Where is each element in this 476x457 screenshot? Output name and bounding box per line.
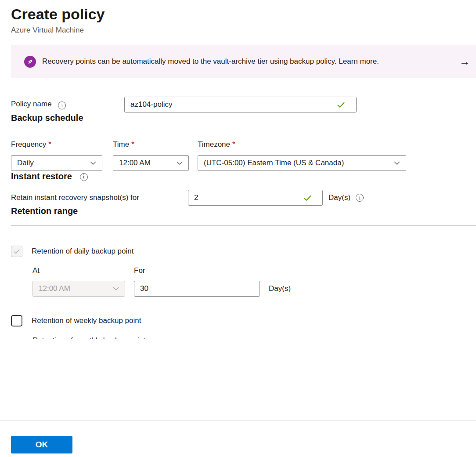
- chevron-down-icon: [393, 160, 400, 167]
- info-icon[interactable]: i: [58, 102, 66, 109]
- retain-snapshot-label: Retain instant recovery snapshot(s) for: [11, 193, 188, 202]
- chevron-down-icon: [112, 285, 119, 292]
- instant-restore-row: Retain instant recovery snapshot(s) for …: [11, 190, 476, 206]
- time-label: Time: [113, 140, 129, 149]
- required-asterisk: *: [48, 140, 51, 149]
- ok-button[interactable]: OK: [11, 436, 72, 453]
- timezone-label: Timezone: [198, 140, 230, 149]
- for-label: For: [134, 266, 145, 275]
- days-unit-label: Day(s): [269, 284, 291, 293]
- daily-retention-label: Retention of daily backup point: [32, 247, 134, 256]
- timezone-value: (UTC-05:00) Eastern Time (US & Canada): [204, 159, 390, 167]
- section-divider: [11, 225, 476, 225]
- policy-name-input[interactable]: [124, 97, 357, 112]
- arrow-right-icon[interactable]: →: [459, 55, 470, 68]
- chevron-down-icon: [90, 160, 97, 167]
- required-asterisk: *: [232, 140, 235, 149]
- weekly-retention-row: Retention of weekly backup point: [11, 315, 476, 326]
- weekly-retention-checkbox[interactable]: [11, 315, 22, 326]
- archive-tier-banner[interactable]: Recovery points can be automatically mov…: [11, 45, 476, 78]
- daily-at-dropdown: 12:00 AM: [32, 281, 125, 297]
- backup-schedule-heading: Backup schedule: [11, 112, 476, 123]
- weekly-retention-label: Retention of weekly backup point: [32, 316, 141, 325]
- info-icon[interactable]: i: [356, 194, 364, 202]
- monthly-retention-row-clipped: Retention of monthly backup point: [32, 336, 476, 339]
- policy-name-label: Policy name: [11, 100, 52, 108]
- daily-for-input[interactable]: [134, 281, 260, 297]
- page-subtitle: Azure Virtual Machine: [11, 25, 476, 35]
- at-label: At: [32, 266, 134, 275]
- daily-retention-row: Retention of daily backup point: [11, 246, 476, 257]
- banner-text: Recovery points can be automatically mov…: [42, 57, 379, 66]
- instant-restore-heading: Instant restore i: [11, 171, 476, 181]
- required-asterisk: *: [131, 140, 134, 149]
- backup-schedule-fields: Frequency* Daily Time* 12:00 AM Ti: [11, 140, 476, 171]
- valid-check-icon: [336, 100, 346, 111]
- rocket-icon: [24, 56, 36, 68]
- days-unit-label: Day(s): [328, 193, 350, 202]
- instant-restore-title: Instant restore: [11, 171, 72, 181]
- retain-days-input[interactable]: [188, 190, 323, 206]
- frequency-label: Frequency: [11, 140, 46, 149]
- time-dropdown[interactable]: 12:00 AM: [113, 155, 189, 171]
- page-title: Create policy: [11, 4, 476, 24]
- valid-check-icon: [303, 193, 312, 204]
- footer-bar: OK: [0, 420, 476, 457]
- policy-name-row: Policy name i: [11, 97, 476, 112]
- frequency-dropdown[interactable]: Daily: [11, 155, 102, 171]
- frequency-value: Daily: [17, 159, 86, 167]
- timezone-dropdown[interactable]: (UTC-05:00) Eastern Time (US & Canada): [198, 155, 406, 171]
- create-policy-pane: Create policy Azure Virtual Machine Reco…: [0, 4, 476, 339]
- info-icon[interactable]: i: [80, 173, 88, 181]
- daily-retention-checkbox[interactable]: [11, 246, 22, 257]
- retention-range-heading: Retention range: [11, 206, 476, 216]
- daily-at-value: 12:00 AM: [39, 284, 109, 293]
- time-value: 12:00 AM: [119, 159, 173, 167]
- chevron-down-icon: [176, 160, 183, 167]
- daily-retention-settings: At For 12:00 AM Day(s): [32, 266, 476, 297]
